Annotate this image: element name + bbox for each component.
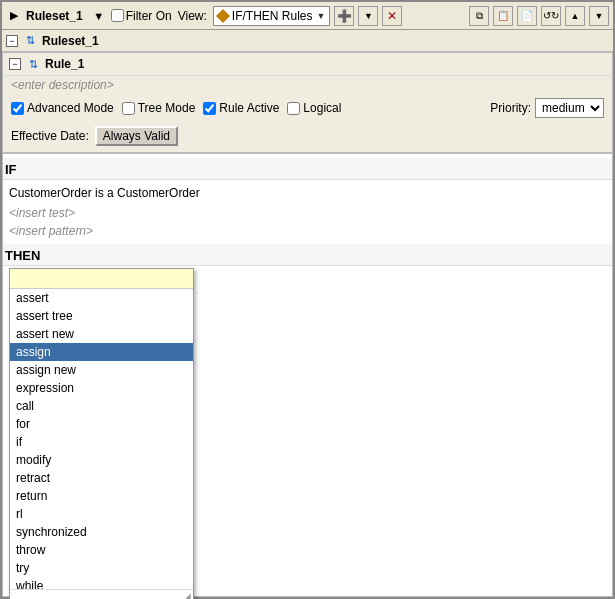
view-select[interactable]: IF/THEN Rules ▼ — [213, 6, 331, 26]
priority-section: Priority: low medium high — [490, 98, 604, 118]
ruleset-collapse-icon[interactable]: ▶ — [6, 8, 22, 24]
down-button[interactable]: ▼ — [589, 6, 609, 26]
logical-label: Logical — [287, 101, 341, 115]
dropdown-item[interactable]: try — [10, 559, 193, 577]
rule-name: Rule_1 — [45, 57, 84, 71]
paste-button[interactable]: 📋 — [493, 6, 513, 26]
toolbar: ▶ Ruleset_1 ▼ Filter On View: IF/THEN Ru… — [2, 2, 613, 30]
dropdown-item[interactable]: assign — [10, 343, 193, 361]
insert-pattern-link[interactable]: <insert pattern> — [3, 222, 612, 240]
action-dropdown: assertassert treeassert newassignassign … — [9, 268, 194, 599]
main-window: ▶ Ruleset_1 ▼ Filter On View: IF/THEN Ru… — [0, 0, 615, 599]
refresh-button[interactable]: ↺↻ — [541, 6, 561, 26]
dropdown-item[interactable]: return — [10, 487, 193, 505]
filter-on-checkbox-group: Filter On — [111, 9, 172, 23]
delete-button[interactable]: ✕ — [382, 6, 402, 26]
effective-date-label: Effective Date: — [11, 129, 89, 143]
ruleset-arrow-icon[interactable]: ▼ — [91, 8, 107, 24]
dropdown-item[interactable]: while — [10, 577, 193, 589]
advanced-mode-label: Advanced Mode — [11, 101, 114, 115]
dropdown-arrow-button[interactable]: ▼ — [358, 6, 378, 26]
dropdown-items-list: assertassert treeassert newassignassign … — [10, 289, 193, 589]
effective-date-section: Effective Date: Always Valid — [3, 122, 612, 152]
dropdown-item[interactable]: throw — [10, 541, 193, 559]
view-dropdown-arrow-icon[interactable]: ▼ — [317, 11, 326, 21]
dropdown-item[interactable]: assign new — [10, 361, 193, 379]
view-value: IF/THEN Rules — [232, 9, 313, 23]
rule-order-icon: ⇅ — [25, 56, 41, 72]
rule-options: Advanced Mode Tree Mode Rule Active Logi… — [3, 94, 612, 122]
condition-row: CustomerOrder is a CustomerOrder — [3, 182, 612, 204]
rule-active-label: Rule Active — [203, 101, 279, 115]
up-button[interactable]: ▲ — [565, 6, 585, 26]
add-button[interactable]: ➕ — [334, 6, 354, 26]
dropdown-search-input[interactable] — [10, 269, 193, 289]
ruleset-name-label: Ruleset_1 — [26, 9, 83, 23]
if-then-area: IF CustomerOrder is a CustomerOrder <ins… — [2, 153, 613, 597]
dropdown-item[interactable]: synchronized — [10, 523, 193, 541]
insert-action-container: <insert action> assertassert treeassert … — [9, 268, 114, 296]
copy-button[interactable]: ⧉ — [469, 6, 489, 26]
rule-expand-icon[interactable]: − — [9, 58, 21, 70]
dropdown-item[interactable]: assert — [10, 289, 193, 307]
if-section: IF CustomerOrder is a CustomerOrder <ins… — [3, 158, 612, 240]
dropdown-item[interactable]: assert tree — [10, 307, 193, 325]
view-label: View: — [178, 9, 207, 23]
rule-header: − ⇅ Rule_1 — [3, 53, 612, 76]
advanced-mode-checkbox[interactable] — [11, 102, 24, 115]
paste-special-button[interactable]: 📄 — [517, 6, 537, 26]
ruleset-expand-icon[interactable]: − — [6, 35, 18, 47]
filter-on-checkbox[interactable] — [111, 9, 124, 22]
dropdown-item[interactable]: assert new — [10, 325, 193, 343]
dropdown-item[interactable]: call — [10, 397, 193, 415]
ruleset-order-icon: ⇅ — [22, 33, 38, 49]
ruleset-header: − ⇅ Ruleset_1 — [2, 30, 613, 52]
insert-test-link[interactable]: <insert test> — [3, 204, 612, 222]
logical-checkbox[interactable] — [287, 102, 300, 115]
then-label: THEN — [3, 244, 612, 266]
priority-select[interactable]: low medium high — [535, 98, 604, 118]
dropdown-item[interactable]: modify — [10, 451, 193, 469]
dropdown-item[interactable]: rl — [10, 505, 193, 523]
dropdown-item[interactable]: expression — [10, 379, 193, 397]
dropdown-item[interactable]: retract — [10, 469, 193, 487]
tree-mode-checkbox[interactable] — [122, 102, 135, 115]
dropdown-item[interactable]: for — [10, 415, 193, 433]
filter-on-label: Filter On — [126, 9, 172, 23]
priority-label: Priority: — [490, 101, 531, 115]
rule-description[interactable]: <enter description> — [3, 76, 612, 94]
rule-panel: − ⇅ Rule_1 <enter description> Advanced … — [2, 52, 613, 153]
ruleset-name: Ruleset_1 — [42, 34, 99, 48]
tree-mode-label: Tree Mode — [122, 101, 196, 115]
view-diamond-icon — [216, 8, 230, 22]
then-section: THEN <insert action> assertassert treeas… — [3, 244, 612, 296]
dropdown-resize-handle[interactable]: ◢ — [10, 589, 193, 599]
rule-active-checkbox[interactable] — [203, 102, 216, 115]
if-label: IF — [3, 158, 612, 180]
dropdown-item[interactable]: if — [10, 433, 193, 451]
always-valid-button[interactable]: Always Valid — [95, 126, 178, 146]
